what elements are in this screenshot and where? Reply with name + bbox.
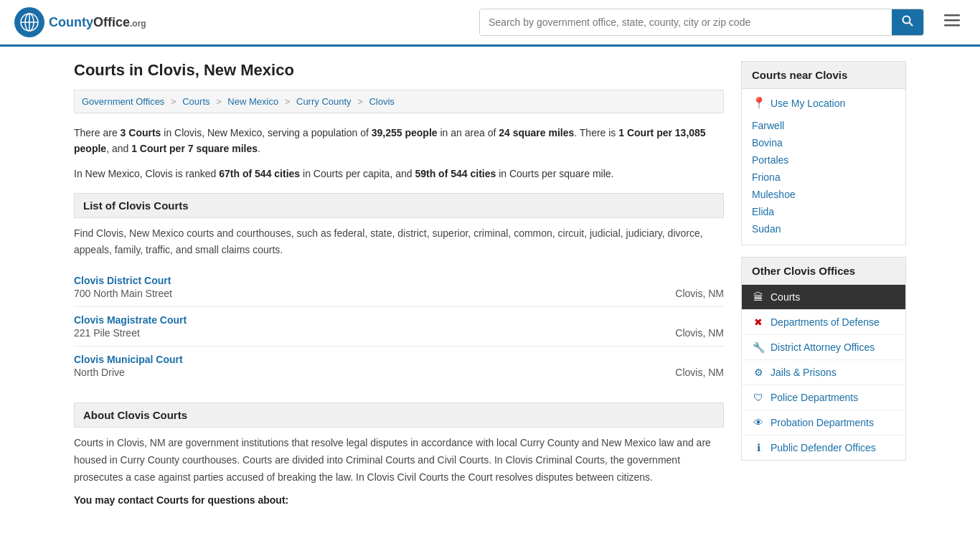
nearby-bovina[interactable]: Bovina xyxy=(752,134,895,151)
other-offices-box: Other Clovis Offices 🏛 Courts ✖ Departme… xyxy=(741,257,906,461)
area-size: 24 square miles xyxy=(499,127,574,138)
breadcrumb-new-mexico[interactable]: New Mexico xyxy=(227,96,278,107)
sidebar: Courts near Clovis 📍 Use My Location Far… xyxy=(741,61,906,506)
breadcrumb: Government Offices > Courts > New Mexico… xyxy=(74,90,724,113)
logo-text: CountyOffice.org xyxy=(49,15,146,30)
nearby-farwell[interactable]: Farwell xyxy=(752,117,895,134)
svg-point-4 xyxy=(903,17,910,24)
about-body: Courts in Clovis, NM are government inst… xyxy=(74,435,724,486)
menu-button[interactable] xyxy=(938,10,966,34)
stats-paragraph-1: There are 3 Courts in Clovis, New Mexico… xyxy=(74,125,724,157)
court-name-0[interactable]: Clovis District Court xyxy=(74,275,171,286)
per-area: 1 Court per 7 square miles xyxy=(131,143,258,154)
courts-icon: 🏛 xyxy=(752,291,765,303)
nearby-muleshoe[interactable]: Muleshoe xyxy=(752,186,895,203)
office-public-defender[interactable]: ℹ Public Defender Offices xyxy=(742,435,905,460)
breadcrumb-curry-county[interactable]: Curry County xyxy=(296,96,352,107)
court-item-2: Clovis Municipal Court North Drive Clovi… xyxy=(74,347,724,385)
court-address-1: 221 Pile Street xyxy=(74,327,140,339)
nearby-sudan[interactable]: Sudan xyxy=(752,220,895,237)
search-bar xyxy=(479,9,924,36)
police-icon: 🛡 xyxy=(752,392,765,403)
about-section-heading: About Clovis Courts xyxy=(74,402,724,428)
office-probation[interactable]: 👁 Probation Departments xyxy=(742,410,905,435)
office-defense[interactable]: ✖ Departments of Defense xyxy=(742,310,905,335)
office-district-attorney-label: District Attorney Offices xyxy=(771,342,875,353)
list-section-heading: List of Clovis Courts xyxy=(74,193,724,218)
population-count: 39,255 people xyxy=(372,127,438,138)
court-address-2: North Drive xyxy=(74,367,125,378)
other-offices-title: Other Clovis Offices xyxy=(742,258,905,285)
svg-rect-6 xyxy=(944,14,960,17)
court-details-2: North Drive Clovis, NM xyxy=(74,367,724,378)
courts-near-box: Courts near Clovis 📍 Use My Location Far… xyxy=(741,61,906,245)
svg-rect-7 xyxy=(944,19,960,22)
logo-icon xyxy=(14,7,44,37)
probation-icon: 👁 xyxy=(752,417,765,428)
rank-1: 67th of 544 cities xyxy=(219,168,300,179)
stats-paragraph-2: In New Mexico, Clovis is ranked 67th of … xyxy=(74,166,724,182)
breadcrumb-sep-1: > xyxy=(171,96,176,107)
svg-rect-8 xyxy=(944,24,960,27)
jails-icon: ⚙ xyxy=(752,367,765,378)
courts-near-title: Courts near Clovis xyxy=(742,62,905,89)
rank-2: 59th of 544 cities xyxy=(415,168,496,179)
list-description: Find Clovis, New Mexico courts and court… xyxy=(74,225,724,258)
main-content: Courts in Clovis, New Mexico Government … xyxy=(74,61,724,506)
office-jails-prisons[interactable]: ⚙ Jails & Prisons xyxy=(742,360,905,385)
court-city-1: Clovis, NM xyxy=(675,327,724,339)
search-input[interactable] xyxy=(480,9,892,35)
breadcrumb-sep-4: > xyxy=(357,96,363,107)
page-title: Courts in Clovis, New Mexico xyxy=(74,61,724,80)
office-probation-label: Probation Departments xyxy=(771,417,874,428)
court-item-0: Clovis District Court 700 North Main Str… xyxy=(74,268,724,307)
court-address-0: 700 North Main Street xyxy=(74,288,172,299)
court-name-1[interactable]: Clovis Magistrate Court xyxy=(74,314,187,326)
office-courts-label: Courts xyxy=(771,291,800,303)
district-attorney-icon: 🔧 xyxy=(752,342,765,353)
office-jails-label: Jails & Prisons xyxy=(771,367,837,378)
site-header: CountyOffice.org xyxy=(0,0,980,47)
public-defender-icon: ℹ xyxy=(752,442,765,453)
breadcrumb-sep-3: > xyxy=(285,96,291,107)
court-name-2[interactable]: Clovis Municipal Court xyxy=(74,354,183,365)
office-public-defender-label: Public Defender Offices xyxy=(771,442,876,453)
search-button[interactable] xyxy=(892,9,923,35)
use-location-link[interactable]: 📍 Use My Location xyxy=(752,96,895,110)
breadcrumb-clovis[interactable]: Clovis xyxy=(369,96,394,107)
nearby-portales[interactable]: Portales xyxy=(752,151,895,169)
site-logo[interactable]: CountyOffice.org xyxy=(14,7,146,37)
court-city-2: Clovis, NM xyxy=(675,367,724,378)
court-details-1: 221 Pile Street Clovis, NM xyxy=(74,327,724,339)
court-item-1: Clovis Magistrate Court 221 Pile Street … xyxy=(74,307,724,347)
main-container: Courts in Clovis, New Mexico Government … xyxy=(60,47,920,520)
office-courts[interactable]: 🏛 Courts xyxy=(742,285,905,310)
contact-label: You may contact Courts for questions abo… xyxy=(74,494,724,506)
court-city-0: Clovis, NM xyxy=(675,288,724,299)
defense-icon: ✖ xyxy=(752,316,765,328)
location-pin-icon: 📍 xyxy=(752,96,766,110)
office-police-label: Police Departments xyxy=(771,392,858,403)
office-district-attorney[interactable]: 🔧 District Attorney Offices xyxy=(742,335,905,360)
office-police[interactable]: 🛡 Police Departments xyxy=(742,385,905,410)
use-location-label: Use My Location xyxy=(771,98,845,109)
courts-list: Clovis District Court 700 North Main Str… xyxy=(74,268,724,385)
svg-line-5 xyxy=(910,23,913,27)
courts-near-inner: 📍 Use My Location Farwell Bovina Portale… xyxy=(742,89,905,245)
breadcrumb-sep-2: > xyxy=(216,96,222,107)
nearby-friona[interactable]: Friona xyxy=(752,169,895,186)
breadcrumb-government-offices[interactable]: Government Offices xyxy=(82,96,164,107)
court-details-0: 700 North Main Street Clovis, NM xyxy=(74,288,724,299)
breadcrumb-courts[interactable]: Courts xyxy=(182,96,209,107)
nearby-elida[interactable]: Elida xyxy=(752,203,895,220)
courts-count: 3 Courts xyxy=(121,127,161,138)
office-defense-label: Departments of Defense xyxy=(771,316,880,328)
